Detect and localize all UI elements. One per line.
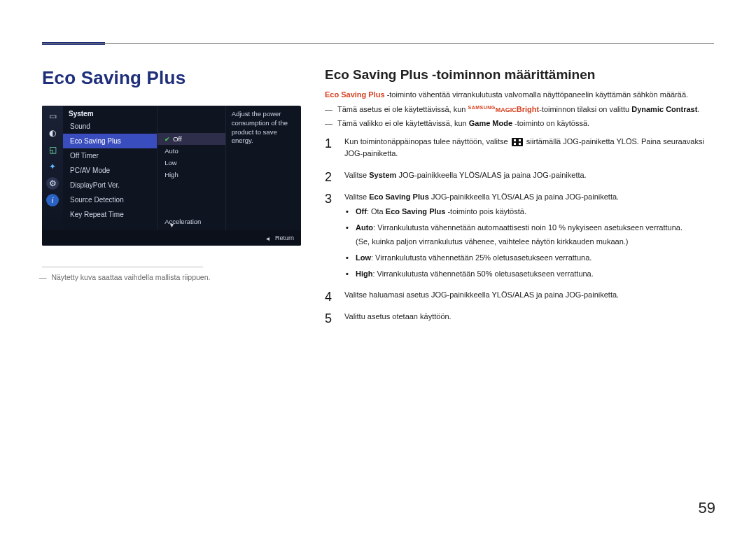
- osd-description: Adjust the power consumption of the prod…: [226, 106, 301, 150]
- osd-main: System Sound Eco Saving Plus Off Timer P…: [63, 106, 301, 230]
- note-game-mode: Tämä valikko ei ole käytettävissä, kun G…: [325, 118, 715, 129]
- off-b: -toiminto pois käytöstä.: [445, 207, 526, 216]
- resize-icon: ◱: [46, 143, 59, 156]
- intro-rest: -toiminto vähentää virrankulutusta valvo…: [385, 90, 689, 99]
- osd-item-key-repeat-time: Key Repeat Time: [63, 207, 157, 222]
- footnote-label: Näytetty kuva saattaa vaihdella mallista…: [51, 273, 210, 281]
- osd-heading: System: [63, 106, 157, 119]
- auto-subnote: (Se, kuinka paljon virrankulutus vähenee…: [356, 236, 715, 248]
- step2-a: Valitse: [344, 171, 369, 179]
- gear-icon: ⚙: [46, 177, 59, 190]
- right-column: Eco Saving Plus -toiminnon määrittäminen…: [325, 67, 715, 506]
- step-5: Valittu asetus otetaan käyttöön.: [325, 311, 715, 323]
- step1-a: Kun toimintonäppäinopas tulee näyttöön, …: [344, 137, 510, 146]
- step-4: Valitse haluamasi asetus JOG-painikkeell…: [325, 289, 715, 301]
- off-label: Off: [356, 207, 367, 216]
- osd-item-sound: Sound: [63, 119, 157, 134]
- osd-footer: ◂ Return: [42, 230, 301, 246]
- osd-option-high: High: [158, 169, 225, 181]
- jog-menu-icon: [512, 138, 523, 146]
- osd-col-options: Off Auto Low High Acceleration: [158, 106, 226, 230]
- note1-b: -toiminnon tilaksi on valittu: [539, 105, 631, 113]
- page-body: Eco Saving Plus ▭ ◐ ◱ ✦ ⚙ i System Sound…: [42, 67, 715, 506]
- left-column: Eco Saving Plus ▭ ◐ ◱ ✦ ⚙ i System Sound…: [42, 67, 301, 506]
- step-1: Kun toimintonäppäinopas tulee näyttöön, …: [325, 136, 715, 160]
- target-icon: ✦: [46, 160, 59, 173]
- bullet-high: High: Virrankulutusta vähennetään 50% ol…: [344, 268, 715, 280]
- monitor-icon: ▭: [46, 110, 59, 122]
- osd-col-menu: System Sound Eco Saving Plus Off Timer P…: [63, 106, 158, 230]
- bullet-low: Low: Virrankulutusta vähennetään 25% ole…: [344, 252, 715, 264]
- footnote-text: ― Näytetty kuva saattaa vaihdella mallis…: [42, 273, 301, 281]
- step-3: Valitse Eco Saving Plus JOG-painikkeella…: [325, 191, 715, 279]
- footnote-rule: [42, 267, 203, 267]
- osd-value-acceleration: Acceleration: [158, 216, 208, 227]
- step2-b: JOG-painikkeella YLÖS/ALAS ja paina JOG-…: [396, 171, 586, 179]
- auto-text: : Virrankulutusta vähennetään automaatti…: [373, 223, 682, 232]
- page-number: 59: [699, 499, 715, 517]
- left-title: Eco Saving Plus: [42, 67, 301, 89]
- palette-icon: ◐: [46, 127, 59, 139]
- osd-item-eco-saving-plus: Eco Saving Plus: [63, 134, 157, 148]
- right-title: Eco Saving Plus -toiminnon määrittäminen: [325, 67, 715, 83]
- osd-item-source-detection: Source Detection: [63, 192, 157, 207]
- bright-label: Bright: [517, 105, 539, 113]
- off-eco-label: Eco Saving Plus: [386, 207, 446, 216]
- low-text: : Virrankulutusta vähennetään 25% oletus…: [371, 253, 592, 262]
- osd-item-pcav-mode: PC/AV Mode: [63, 163, 157, 178]
- dynamic-contrast-label: Dynamic Contrast: [631, 105, 697, 113]
- return-arrow-icon: ◂: [266, 234, 270, 242]
- auto-label: Auto: [356, 223, 373, 232]
- note-dynamic-contrast: Tämä asetus ei ole käytettävissä, kun SA…: [325, 104, 715, 115]
- step3-b: JOG-painikkeella YLÖS/ALAS ja paina JOG-…: [429, 192, 619, 201]
- options-bullets: Off: Ota Eco Saving Plus -toiminto pois …: [344, 206, 715, 233]
- info-icon: i: [46, 194, 59, 206]
- osd-iconbar: ▭ ◐ ◱ ✦ ⚙ i: [42, 106, 63, 230]
- bullet-off: Off: Ota Eco Saving Plus -toiminto pois …: [344, 206, 715, 218]
- step-2: Valitse System JOG-painikkeella YLÖS/ALA…: [325, 169, 715, 181]
- options-bullets-2: Low: Virrankulutusta vähennetään 25% ole…: [344, 252, 715, 279]
- note1-end: .: [697, 105, 699, 113]
- osd-return-label: Return: [275, 234, 294, 241]
- header-rule: [42, 43, 714, 44]
- samsung-sup: SAMSUNG: [468, 105, 495, 110]
- magic-label: MAGIC: [496, 106, 517, 113]
- note2-a: Tämä valikko ei ole käytettävissä, kun: [337, 119, 469, 127]
- osd-option-off: Off: [158, 133, 225, 145]
- high-text: : Virrankulutusta vähennetään 50% oletus…: [372, 269, 593, 278]
- osd-screenshot: ▭ ◐ ◱ ✦ ⚙ i System Sound Eco Saving Plus…: [42, 106, 301, 246]
- intro-keyword: Eco Saving Plus: [325, 90, 385, 99]
- osd-item-off-timer: Off Timer: [63, 148, 157, 163]
- osd-option-low: Low: [158, 157, 225, 169]
- osd-option-auto: Auto: [158, 145, 225, 157]
- off-a: : Ota: [367, 207, 386, 216]
- high-label: High: [356, 269, 372, 278]
- osd-item-displayport-ver: DisplayPort Ver.: [63, 178, 157, 192]
- low-label: Low: [356, 253, 371, 262]
- intro-line: Eco Saving Plus -toiminto vähentää virra…: [325, 90, 715, 100]
- bullet-auto: Auto: Virrankulutusta vähennetään automa…: [344, 222, 715, 234]
- note2-b: -toiminto on käytössä.: [512, 119, 589, 127]
- step3-keyword: Eco Saving Plus: [369, 192, 429, 201]
- chevron-down-icon: ▾: [170, 221, 174, 229]
- note1-a: Tämä asetus ei ole käytettävissä, kun: [337, 105, 468, 113]
- game-mode-label: Game Mode: [469, 119, 512, 127]
- step2-keyword: System: [369, 171, 396, 179]
- step3-a: Valitse: [344, 192, 369, 201]
- osd-col-desc: Adjust the power consumption of the prod…: [226, 106, 301, 230]
- steps-list: Kun toimintonäppäinopas tulee näyttöön, …: [325, 136, 715, 323]
